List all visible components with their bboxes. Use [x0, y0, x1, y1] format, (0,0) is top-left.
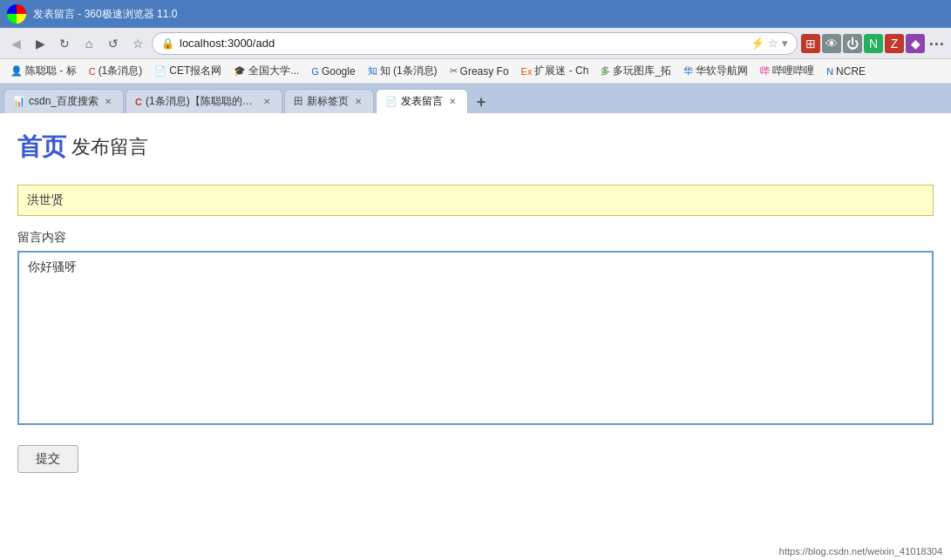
tab-close-button[interactable]: ✕ [446, 96, 459, 108]
tab-label: 发表留言 [401, 94, 443, 109]
name-input[interactable] [17, 185, 934, 216]
bookmark-zhihu[interactable]: 知 知 (1条消息) [363, 62, 443, 80]
bilibili-icon: 哔 [760, 64, 770, 78]
google-icon: G [311, 66, 319, 77]
content-textarea[interactable] [17, 251, 934, 425]
navbar: ◀ ▶ ↻ ⌂ ↺ ☆ 🔒 localhost:3000/add ⚡ ☆ ▾ ⊞… [0, 28, 951, 59]
new-tab-button[interactable]: + [470, 91, 492, 113]
address-text: localhost:3000/add [180, 37, 745, 50]
bookmark-label: Google [322, 65, 356, 78]
duowan-icon: 多 [601, 64, 610, 78]
breadcrumb: 首页 发布留言 [17, 131, 934, 164]
lightning-icon: ⚡ [751, 37, 764, 50]
cet-icon: 📄 [154, 65, 166, 77]
zone-icon[interactable]: Z [885, 34, 904, 53]
tab-close-button[interactable]: ✕ [352, 96, 364, 108]
forward-button[interactable]: ▶ [30, 33, 51, 54]
undo-button[interactable]: ↺ [103, 33, 124, 54]
bookmark-label: NCRE [836, 65, 866, 78]
breadcrumb-home[interactable]: 首页 [17, 131, 66, 164]
vpn-icon[interactable]: ◆ [906, 34, 925, 53]
tab-close-button[interactable]: ✕ [102, 96, 114, 108]
comment-form: 留言内容 提交 [17, 185, 934, 473]
bookmark-bilibili[interactable]: 哔 哔哩哔哩 [755, 62, 819, 80]
address-actions: ⚡ ☆ ▾ [751, 37, 788, 50]
bookmark-label: 知 (1条消息) [380, 64, 438, 78]
tabs-bar: 📊 csdn_百度搜索 ✕ C (1条消息)【陈聪聪的博客】前... ✕ 田 新… [0, 84, 951, 113]
bookmark-label: CET报名网 [169, 64, 221, 78]
norton-icon[interactable]: N [864, 34, 883, 53]
tab-icon: 田 [294, 95, 303, 108]
submit-button[interactable]: 提交 [17, 445, 78, 473]
tab-csdn[interactable]: 📊 csdn_百度搜索 ✕ [3, 89, 124, 113]
bookmark-label: 陈聪聪 - 标 [25, 64, 77, 78]
toolbar-icons: ⊞ 👁 ⏻ N Z ◆ ⋯ [801, 34, 946, 53]
bookmark-google[interactable]: G Google [306, 64, 360, 79]
page-content: 首页 发布留言 留言内容 提交 [0, 113, 951, 505]
breadcrumb-current: 发布留言 [71, 134, 148, 160]
dropdown-icon: ▾ [782, 37, 788, 50]
power-icon[interactable]: ⏻ [843, 34, 862, 53]
greasy-icon: ✂ [450, 65, 458, 77]
bookmark-cet[interactable]: 📄 CET报名网 [149, 62, 227, 80]
titlebar: 发表留言 - 360极速浏览器 11.0 [0, 0, 951, 28]
ext-icon: Ex [521, 66, 533, 77]
lock-icon: 🔒 [161, 37, 174, 50]
window-title: 发表留言 - 360极速浏览器 11.0 [33, 7, 944, 22]
tab-blog[interactable]: C (1条消息)【陈聪聪的博客】前... ✕ [126, 89, 282, 113]
bookmark-greasy[interactable]: ✂ Greasy Fo [445, 64, 514, 79]
huaruan-icon: 华 [683, 64, 693, 78]
chrome-icon: C [89, 66, 96, 77]
bookmark-label: 扩展迷 - Ch [534, 64, 588, 78]
university-icon: 🎓 [234, 65, 246, 77]
tab-label: 新标签页 [307, 94, 349, 109]
back-button[interactable]: ◀ [5, 33, 26, 54]
tab-close-button[interactable]: ✕ [261, 96, 273, 108]
bookmark-huaruan[interactable]: 华 华软导航网 [678, 62, 753, 80]
bookmark-extchrome[interactable]: Ex 扩展迷 - Ch [516, 62, 594, 80]
bookmark-chrome[interactable]: C (1条消息) [84, 62, 148, 80]
home-button[interactable]: ⌂ [78, 33, 99, 54]
bookmark-icon: ☆ [768, 37, 778, 50]
bookmarks-bar: 👤 陈聪聪 - 标 C (1条消息) 📄 CET报名网 🎓 全国大学... G … [0, 59, 951, 84]
browser-logo [7, 4, 26, 24]
tab-label: csdn_百度搜索 [29, 94, 98, 109]
view-icon[interactable]: 👁 [822, 34, 841, 53]
ncre-icon: N [826, 66, 833, 77]
bookmark-university[interactable]: 🎓 全国大学... [228, 62, 304, 80]
tab-icon: C [135, 97, 142, 107]
more-icon[interactable]: ⋯ [927, 34, 946, 53]
bookmark-label: 全国大学... [248, 64, 299, 78]
tab-icon: 📊 [13, 96, 25, 107]
bookmark-csdn[interactable]: 👤 陈聪聪 - 标 [5, 62, 82, 80]
refresh-button[interactable]: ↻ [54, 33, 75, 54]
content-label: 留言内容 [17, 230, 934, 246]
zhihu-icon: 知 [368, 64, 377, 78]
tab-label: (1条消息)【陈聪聪的博客】前... [146, 94, 257, 109]
tab-comment[interactable]: 📄 发表留言 ✕ [376, 89, 468, 113]
star-button[interactable]: ☆ [127, 33, 148, 54]
bookmark-label: 哔哩哔哩 [772, 64, 814, 78]
tab-icon: 📄 [385, 96, 397, 107]
bookmark-label: Greasy Fo [460, 65, 509, 78]
bookmark-label: (1条消息) [98, 64, 143, 78]
bookmark-label: 多玩图库_拓 [613, 64, 671, 78]
bookmark-label: 华软导航网 [696, 64, 748, 78]
bookmark-ncre[interactable]: N NCRE [821, 64, 871, 79]
tab-newtab[interactable]: 田 新标签页 ✕ [284, 89, 374, 113]
apps-icon[interactable]: ⊞ [801, 34, 820, 53]
address-bar[interactable]: 🔒 localhost:3000/add ⚡ ☆ ▾ [152, 32, 798, 55]
bookmark-duowan[interactable]: 多 多玩图库_拓 [595, 62, 676, 80]
csdn-icon: 👤 [10, 65, 23, 77]
